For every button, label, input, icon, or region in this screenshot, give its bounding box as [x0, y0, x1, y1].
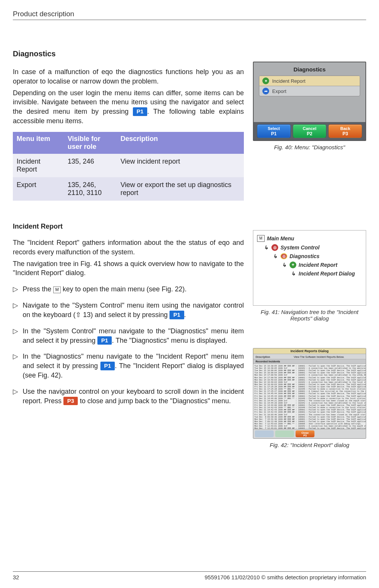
th-description: Description	[117, 132, 244, 154]
text-fragment: .	[184, 311, 186, 319]
text-fragment: to close and jump back to the "Diagnosti…	[78, 397, 231, 405]
table-row: Export 135, 246, 2110, 3110 View or expo…	[13, 177, 244, 201]
section-diagnostics-title: Diagnostics	[13, 50, 244, 58]
step-bullet-icon: ▷	[13, 387, 19, 406]
diagnostics-intro-2: Depending on the user login the menu ite…	[13, 88, 244, 126]
ir-recorded-header: Recorded Incidents	[253, 359, 366, 364]
copyright-text: 95591706 11/02/2010 © smiths detection p…	[205, 574, 366, 580]
text-fragment: . The "Diagnostics" menu is displayed.	[112, 337, 227, 344]
fig40-caption: Fig. 40: Menu: "Diagnostics"	[253, 144, 366, 150]
button-row: Select P1 Cancel P2 Back P3	[254, 122, 365, 140]
page-number: 32	[13, 574, 19, 580]
fig42-caption: Fig. 42: "Incident Report" dialog	[253, 442, 366, 448]
nav-incident-report: ↳ ✦ Incident Report	[257, 262, 362, 268]
step-bullet-icon: ▷	[13, 285, 19, 294]
ir-description-value: View The Software Incident Reports Below…	[274, 356, 364, 358]
nav-label: System Control	[280, 244, 319, 251]
m-key-icon: M	[53, 286, 61, 293]
cell: 135, 246	[64, 154, 117, 177]
nav-main-menu: M Main Menu	[257, 235, 362, 242]
diagnostics-intro-1: In case of a malfunction of eqo the diag…	[13, 67, 244, 86]
ir-title-bar: Incident Reports Dialog	[253, 348, 366, 354]
ir-description-row: Description View The Software Incident R…	[253, 354, 366, 359]
step-bullet-icon: ▷	[13, 326, 19, 345]
btn-sub: P1	[257, 131, 290, 136]
p1-key-badge: P1	[169, 311, 184, 319]
menu-item-export[interactable]: ➦ Export	[259, 86, 360, 96]
menu-item-label: Incident Report	[272, 78, 305, 84]
back-button[interactable]: Back P3	[328, 124, 362, 138]
fig40-diagnostics-menu-screenshot: Diagnostics ✦ Incident Report ➦ Export S…	[253, 62, 366, 141]
nav-diagnostics: ↳ ◎ Diagnostics	[257, 253, 362, 259]
arrow-icon: ↳	[264, 244, 269, 251]
nav-label: Main Menu	[267, 235, 294, 241]
step-3: ▷ In the "System Control" menu navigate …	[13, 326, 244, 345]
cell: Export	[13, 177, 64, 201]
btn-label: Select	[268, 126, 280, 131]
incident-report-icon: ✦	[290, 262, 296, 268]
diag-menu-box: ✦ Incident Report ➦ Export	[259, 76, 360, 96]
p1-key-badge: P1	[100, 362, 115, 370]
arrow-icon: ↳	[282, 262, 287, 268]
text-fragment: key to open the main menu (see Fig. 22).	[61, 285, 186, 293]
nav-label: Incident Report Dialog	[299, 271, 355, 277]
ir-disabled-button	[255, 430, 274, 437]
step-4: ▷ In the "Diagnostics" menu navigate to …	[13, 352, 244, 380]
btn-label: Back	[340, 126, 350, 131]
menu-items-table: Menu item Visible for user role Descript…	[13, 132, 244, 201]
select-button[interactable]: Select P1	[257, 124, 291, 138]
cancel-button[interactable]: Cancel P2	[293, 124, 327, 138]
nav-label: Diagnostics	[290, 253, 319, 259]
step-1: ▷ Press the M key to open the main menu …	[13, 285, 244, 294]
export-icon: ➦	[262, 88, 269, 94]
step-bullet-icon: ▷	[13, 301, 19, 320]
section-incident-title: Incident Report	[13, 223, 244, 231]
incident-report-icon: ✦	[262, 77, 269, 84]
text-fragment: Press the	[23, 285, 53, 293]
p1-key-badge: P1	[133, 107, 147, 116]
ir-bottom-bar: Close P3	[253, 429, 366, 438]
btn-sub: P3	[329, 131, 362, 136]
ir-disabled-button	[275, 430, 294, 437]
fig41-caption: Fig. 41: Navigation tree to the "Inciden…	[253, 309, 366, 322]
nav-label: Incident Report	[299, 262, 337, 268]
diag-title: Diagnostics	[254, 62, 365, 76]
p3-key-badge: P3	[63, 397, 78, 405]
arrow-icon: ↳	[273, 253, 278, 259]
btn-sub: P3	[304, 434, 307, 437]
nav-system-control: ↳ ◎ System Control	[257, 244, 362, 251]
btn-label: Cancel	[303, 126, 316, 131]
cell: Incident Report	[13, 154, 64, 177]
cell: 135, 246, 2110, 3110	[64, 177, 117, 201]
btn-sub: P2	[293, 131, 326, 136]
main-menu-icon: M	[257, 235, 265, 242]
p1-key-badge: P1	[97, 336, 112, 345]
cell: View or export the set up diagnostics re…	[117, 177, 244, 201]
step-2: ▷ Navigate to the "System Control" menu …	[13, 301, 244, 320]
btn-label: Close	[301, 432, 308, 434]
step-bullet-icon: ▷	[13, 352, 19, 380]
incident-para-1: The "Incident Report" gathers informatio…	[13, 238, 244, 257]
ir-description-label: Description	[256, 356, 274, 358]
nav-incident-report-dialog: ↳ Incident Report Dialog	[257, 271, 362, 277]
system-control-icon: ◎	[271, 244, 278, 251]
arrow-icon: ↳	[291, 271, 296, 277]
table-row: Incident Report 135, 246 View incident r…	[13, 154, 244, 177]
incident-para-2: The navigation tree in Fig. 41 shows a q…	[13, 259, 244, 278]
text-fragment: Navigate to the "System Control" menu it…	[23, 302, 244, 319]
cell: View incident report	[117, 154, 244, 177]
ir-close-button[interactable]: Close P3	[296, 430, 314, 437]
page-header: Product description	[13, 10, 366, 20]
menu-item-incident-report[interactable]: ✦ Incident Report	[259, 76, 360, 86]
ir-log-area[interactable]: Tue Dec 15 16:30:05 2009 ## ERR ## : 100…	[253, 364, 366, 429]
fig41-nav-tree: M Main Menu ↳ ◎ System Control ↳ ◎ Diagn…	[253, 230, 366, 306]
th-menu-item: Menu item	[13, 132, 64, 154]
th-visible-role: Visible for user role	[64, 132, 117, 154]
menu-item-label: Export	[272, 88, 287, 94]
fig42-incident-report-dialog-screenshot: Incident Reports Dialog Description View…	[253, 348, 366, 439]
diagnostics-icon: ◎	[280, 253, 287, 259]
step-5: ▷ Use the navigator control on your keyb…	[13, 387, 244, 406]
page-footer: 32 95591706 11/02/2010 © smiths detectio…	[13, 571, 366, 580]
